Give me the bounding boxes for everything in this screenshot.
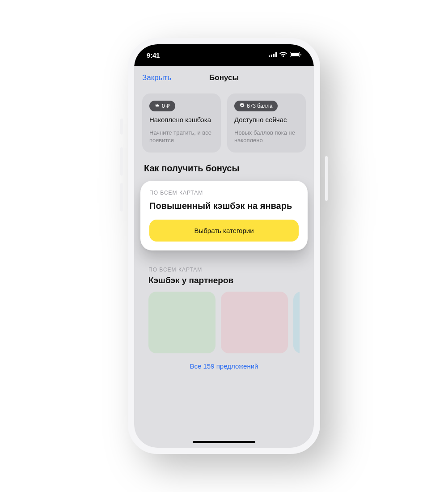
nav-bar: Закрыть Бонусы xyxy=(134,66,314,90)
gear-icon xyxy=(240,103,245,109)
side-power-button xyxy=(325,156,328,201)
side-volume-up-button xyxy=(120,147,123,176)
partner-tile[interactable] xyxy=(148,292,216,353)
partners-section: ПО ВСЕМ КАРТАМ Кэшбэк у партнеров Все 15… xyxy=(140,259,308,380)
points-card[interactable]: 673 балла Доступно сейчас Новых баллов п… xyxy=(227,93,306,153)
status-icons xyxy=(269,51,301,59)
svg-rect-3 xyxy=(275,52,277,57)
side-silent-button xyxy=(120,119,123,135)
phone-screen: 9:41 Закрыть Бонусы xyxy=(134,44,314,448)
svg-rect-2 xyxy=(273,54,275,57)
cashback-card[interactable]: 0 ₽ Накоплено кэшбэка Начните тратить, и… xyxy=(142,93,221,153)
partners-eyebrow: ПО ВСЕМ КАРТАМ xyxy=(148,267,300,273)
points-badge-text: 673 балла xyxy=(247,103,272,109)
partner-tile[interactable] xyxy=(293,292,300,353)
section-heading-bonuses: Как получить бонусы xyxy=(134,161,314,178)
cashback-card-subtitle: Начните тратить, и все появится xyxy=(149,129,214,144)
promo-eyebrow: ПО ВСЕМ КАРТАМ xyxy=(149,190,299,196)
cellular-signal-icon xyxy=(269,51,277,59)
phone-notch xyxy=(182,44,266,59)
choose-categories-button[interactable]: Выбрать категории xyxy=(149,220,299,242)
points-card-subtitle: Новых баллов пока не накоплено xyxy=(234,129,299,144)
page-title: Бонусы xyxy=(209,73,239,82)
all-offers-link[interactable]: Все 159 предложений xyxy=(148,353,300,373)
promo-card-cashback-january[interactable]: ПО ВСЕМ КАРТАМ Повышенный кэшбэк на янва… xyxy=(140,181,308,250)
side-volume-down-button xyxy=(120,183,123,212)
promo-title: Повышенный кэшбэк на январь xyxy=(149,200,299,212)
svg-rect-1 xyxy=(271,55,272,57)
close-button[interactable]: Закрыть xyxy=(142,73,171,82)
crown-icon xyxy=(155,103,160,109)
battery-icon xyxy=(290,51,301,59)
partner-tiles-row[interactable] xyxy=(148,292,300,353)
cashback-badge-text: 0 ₽ xyxy=(162,103,170,109)
home-indicator[interactable] xyxy=(193,441,255,443)
phone-frame: 9:41 Закрыть Бонусы xyxy=(128,38,320,454)
svg-rect-6 xyxy=(300,54,301,55)
cashback-badge: 0 ₽ xyxy=(149,101,175,111)
partner-tile[interactable] xyxy=(221,292,288,353)
cashback-card-title: Накоплено кэшбэка xyxy=(149,116,214,124)
partners-title: Кэшбэк у партнеров xyxy=(148,276,300,285)
wifi-icon xyxy=(279,51,287,59)
points-badge: 673 балла xyxy=(234,101,278,111)
summary-cards-row: 0 ₽ Накоплено кэшбэка Начните тратить, и… xyxy=(134,90,314,161)
svg-rect-0 xyxy=(269,55,270,57)
svg-rect-5 xyxy=(291,53,299,56)
status-time: 9:41 xyxy=(147,51,160,59)
points-card-title: Доступно сейчас xyxy=(234,116,299,124)
